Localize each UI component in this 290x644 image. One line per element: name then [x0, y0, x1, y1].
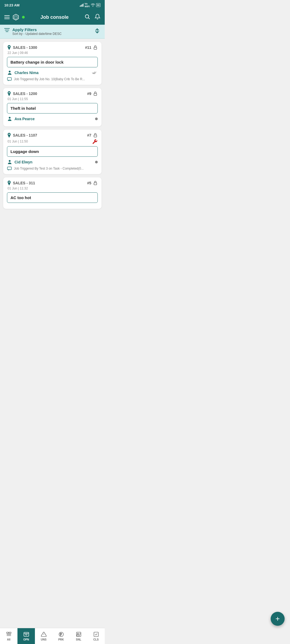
job-card-3-location: SALES - 1107	[7, 133, 37, 138]
nav-left	[4, 14, 25, 21]
job-list-scroll[interactable]: SALES - 1300 #11 22 Jun | 09:46 Battery …	[0, 39, 105, 215]
filter-text-block: Apply Filters Sort by - Updated date/tim…	[12, 27, 61, 36]
wrench-icon	[92, 139, 98, 145]
job-card-2-location: SALES - 1200	[7, 91, 37, 96]
location-pin-icon	[7, 45, 11, 50]
page-title: Job console	[25, 14, 84, 20]
job-card-3-comment-text: Job Triggered By Test 3 on Task - Comple…	[14, 166, 84, 171]
sort-order-button[interactable]	[94, 28, 100, 35]
double-check-icon	[92, 71, 98, 75]
job-card-3[interactable]: SALES - 1107 #7 01 Jun | 11:50 Luggage d…	[3, 130, 102, 174]
status-time: 10:23 AM	[4, 3, 20, 7]
location-pin-icon	[7, 91, 11, 96]
job-card-2-header: SALES - 1200 #9	[7, 91, 98, 96]
svg-line-1	[88, 18, 89, 19]
lock-icon	[93, 45, 98, 50]
job-card-3-datetime-row: 01 Jun | 11:50	[7, 139, 98, 146]
svg-point-15	[9, 160, 11, 162]
wifi-icon	[91, 3, 95, 7]
job-card-1-datetime: 22 Jun | 09:46	[7, 51, 98, 55]
job-card-3-assignee-name: Cid Elwyn	[15, 160, 93, 164]
job-card-4-datetime: 01 Jun | 11:32	[7, 186, 98, 190]
hamburger-menu-button[interactable]	[4, 15, 10, 19]
svg-rect-9	[8, 78, 12, 80]
job-card-3-assignee: Cid Elwyn	[7, 159, 98, 165]
comment-icon	[7, 166, 12, 171]
vo-wifi-label: VoWiFi	[85, 2, 90, 8]
job-card-1[interactable]: SALES - 1300 #11 22 Jun | 09:46 Battery …	[3, 42, 102, 85]
svg-rect-11	[94, 93, 97, 96]
svg-rect-18	[94, 183, 97, 185]
location-pin-icon	[7, 133, 11, 138]
lock-icon	[93, 133, 98, 138]
job-card-2-task: Theft in hotel	[7, 103, 98, 114]
job-card-1-comment-text: Job Triggered By Job No. 10(Baby Crib To…	[14, 77, 85, 82]
job-card-3-datetime: 01 Jun | 11:50	[7, 140, 28, 143]
search-button[interactable]	[84, 14, 90, 21]
job-card-2[interactable]: SALES - 1200 #9 01 Jun | 11:55 Theft in …	[3, 88, 102, 126]
svg-point-10	[9, 92, 10, 93]
svg-point-8	[9, 71, 11, 73]
job-card-2-number: #9	[87, 91, 98, 96]
job-card-1-task: Battery change in door lock	[7, 57, 98, 67]
status-icons: VoWiFi 90	[80, 2, 100, 8]
job-card-2-assignee-name: Ava Pearce	[15, 117, 93, 121]
comment-icon	[7, 77, 12, 81]
job-card-1-assignee-name: Charles Nima	[15, 71, 90, 75]
svg-rect-16	[8, 167, 12, 170]
svg-point-12	[9, 117, 11, 119]
job-card-4-task: AC too hot	[7, 192, 98, 203]
person-icon	[7, 70, 12, 75]
app-logo-icon	[12, 14, 19, 21]
job-card-4-location: SALES - 311	[7, 181, 35, 185]
location-pin-icon	[7, 181, 11, 185]
job-card-1-location: SALES - 1300	[7, 45, 37, 50]
job-card-1-comment: Job Triggered By Job No. 10(Baby Crib To…	[7, 77, 98, 82]
svg-point-6	[9, 46, 10, 47]
status-dot	[95, 118, 98, 120]
nav-right	[84, 14, 100, 21]
job-card-4[interactable]: SALES - 311 #5 01 Jun | 11:32 AC too hot	[3, 177, 102, 209]
job-card-3-number: #7	[87, 133, 98, 138]
top-nav: Job console	[0, 10, 105, 25]
job-card-4-number: #5	[87, 181, 98, 185]
svg-point-13	[9, 134, 10, 135]
filter-title: Apply Filters	[12, 27, 61, 32]
status-bar: 10:23 AM VoWiFi 90	[0, 0, 105, 10]
job-card-4-header: SALES - 311 #5	[7, 181, 98, 185]
job-card-3-header: SALES - 1107 #7	[7, 133, 98, 138]
person-icon	[7, 159, 12, 165]
lock-icon	[93, 181, 98, 185]
filter-lines-icon	[4, 28, 10, 34]
job-list: SALES - 1300 #11 22 Jun | 09:46 Battery …	[0, 39, 105, 215]
notifications-button[interactable]	[95, 14, 100, 21]
job-card-1-assignee: Charles Nima	[7, 70, 98, 75]
status-dot	[95, 161, 98, 163]
job-card-2-datetime: 01 Jun | 11:55	[7, 97, 98, 101]
job-card-3-task: Luggage down	[7, 146, 98, 157]
filter-left: Apply Filters Sort by - Updated date/tim…	[4, 27, 94, 36]
person-icon	[7, 116, 12, 122]
job-card-2-assignee: Ava Pearce	[7, 116, 98, 122]
battery-icon: 90	[96, 3, 100, 7]
signal-bars-icon	[80, 3, 84, 7]
job-card-3-comment: Job Triggered By Test 3 on Task - Comple…	[7, 166, 98, 171]
filter-bar[interactable]: Apply Filters Sort by - Updated date/tim…	[0, 25, 105, 39]
lock-icon	[93, 91, 98, 96]
svg-rect-14	[94, 135, 97, 137]
svg-point-17	[9, 181, 10, 183]
job-card-1-number: #11	[85, 45, 98, 50]
svg-rect-7	[94, 47, 97, 49]
filter-subtitle: Sort by - Updated date/time DESC	[12, 32, 61, 36]
job-card-1-header: SALES - 1300 #11	[7, 45, 98, 50]
online-status-dot	[22, 16, 25, 19]
